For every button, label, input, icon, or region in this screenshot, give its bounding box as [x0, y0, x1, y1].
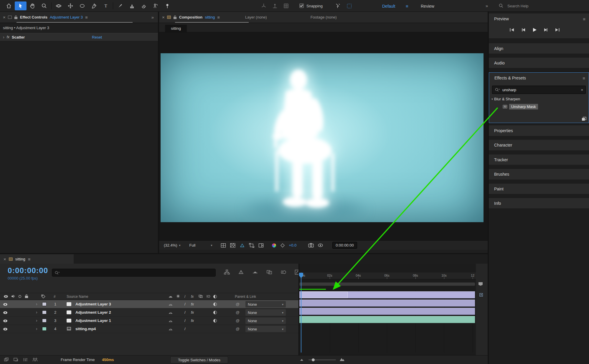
composition-flowchart-icon[interactable]: [224, 270, 230, 275]
brushes-panel[interactable]: Brushes: [489, 169, 589, 179]
reset-link[interactable]: Reset: [92, 35, 102, 39]
fx-switch-icon[interactable]: fx: [191, 302, 194, 306]
pen-tool-icon[interactable]: [88, 1, 100, 10]
new-preset-panel-icon[interactable]: [582, 117, 586, 121]
lock-icon[interactable]: [173, 15, 177, 19]
comp-button-icon[interactable]: [479, 293, 483, 297]
timeline-tab-label[interactable]: sitting: [15, 257, 25, 261]
parent-pickwhip-icon[interactable]: @: [236, 302, 240, 306]
snapshot-camera-icon[interactable]: [308, 243, 314, 247]
puppet-pin-tool-icon[interactable]: [161, 1, 173, 10]
parent-link-column-header[interactable]: Parent & Link: [235, 295, 256, 299]
layer-bar-adjustment-3[interactable]: [299, 291, 475, 298]
layer-row-3[interactable]: › 3 Adjustment Layer 1 / fx @ None▾: [0, 317, 298, 325]
timeline-zoom-thumb[interactable]: [312, 358, 315, 361]
layer-name[interactable]: sitting.mp4: [75, 327, 96, 331]
parent-pane-icon[interactable]: [32, 358, 38, 362]
layer-bar-adjustment-2[interactable]: [299, 300, 475, 307]
quality-switch-icon[interactable]: /: [184, 318, 186, 323]
orbit-camera-tool-icon[interactable]: [53, 1, 65, 10]
eye-icon[interactable]: [3, 311, 8, 314]
chevron-expand-icon[interactable]: ›: [36, 302, 37, 306]
fx-switch-icon[interactable]: fx: [191, 318, 194, 323]
chevron-right-icon[interactable]: ›: [3, 35, 4, 39]
effects-presets-header[interactable]: Effects & Presets: [494, 76, 526, 80]
grid-guides-icon[interactable]: [221, 243, 226, 248]
pan-behind-tool-icon[interactable]: [65, 1, 76, 10]
tracker-panel[interactable]: Tracker: [489, 154, 589, 165]
shy-switch-icon[interactable]: [169, 327, 173, 331]
panel-menu-icon[interactable]: ≡: [217, 15, 220, 20]
paint-panel[interactable]: Paint: [489, 184, 589, 194]
category-blur-sharpen[interactable]: ▾ Blur & Sharpen: [491, 97, 520, 101]
clone-stamp-tool-icon[interactable]: [126, 1, 138, 10]
exposure-value[interactable]: +0.0: [289, 243, 297, 247]
close-icon[interactable]: ×: [162, 15, 165, 20]
source-name-column-header[interactable]: Source Name: [67, 295, 88, 299]
toolbar-overflow-icon[interactable]: »: [486, 3, 488, 8]
close-icon[interactable]: ×: [3, 15, 6, 20]
playhead-line[interactable]: [301, 272, 301, 353]
label-color-swatch[interactable]: [42, 310, 47, 314]
resolution-dropdown[interactable]: Full▾: [189, 243, 212, 247]
fx-switch-icon[interactable]: fx: [191, 310, 194, 315]
effect-result-unsharp-mask[interactable]: 32 Unsharp Mask: [503, 104, 538, 109]
label-color-swatch[interactable]: [42, 319, 47, 323]
audio-panel[interactable]: Audio: [489, 58, 589, 68]
info-panel[interactable]: Info: [489, 198, 589, 208]
adjustment-switch-icon[interactable]: [213, 311, 217, 314]
panel-overflow-icon[interactable]: »: [151, 15, 154, 20]
mask-shape-tool-icon[interactable]: [76, 1, 88, 10]
chevron-expand-icon[interactable]: ›: [36, 310, 37, 315]
layer-bar-selection[interactable]: [301, 292, 348, 298]
panel-menu-icon[interactable]: ≡: [583, 16, 585, 21]
layer-row-4[interactable]: › 4 sitting.mp4 / @ None▾: [0, 325, 298, 333]
layer-switches-pane-icon[interactable]: [23, 358, 28, 362]
motion-blur-icon[interactable]: [281, 270, 286, 275]
parent-pickwhip-icon[interactable]: @: [236, 318, 240, 323]
mask-visibility-icon[interactable]: [240, 243, 245, 248]
view-layout-icon[interactable]: [258, 243, 264, 248]
close-icon[interactable]: ×: [4, 257, 6, 262]
layer-bar-adjustment-1[interactable]: [299, 308, 475, 315]
current-timecode[interactable]: 0:00:00:00: [8, 266, 48, 275]
effect-result-label[interactable]: Unsharp Mask: [509, 104, 538, 109]
chevron-down-icon[interactable]: ▾: [491, 97, 493, 101]
eye-icon[interactable]: [3, 328, 8, 331]
tab-composition[interactable]: Composition: [179, 15, 202, 19]
region-of-interest-icon[interactable]: [249, 243, 254, 248]
time-ruler[interactable]: 0s 02s 04s 06s 08s 10s 12: [299, 272, 476, 279]
eye-icon[interactable]: [3, 319, 8, 323]
effects-presets-search[interactable]: unsharp ×: [492, 86, 586, 94]
properties-panel[interactable]: Properties: [489, 125, 589, 136]
snap-grid-icon[interactable]: [347, 4, 352, 8]
preview-header[interactable]: Preview: [494, 16, 509, 21]
layer-name[interactable]: Adjustment Layer 2: [75, 310, 111, 315]
quality-switch-icon[interactable]: /: [184, 327, 186, 331]
parent-dropdown[interactable]: None▾: [245, 326, 286, 332]
label-color-swatch[interactable]: [42, 302, 47, 306]
timeline-search-input[interactable]: [52, 269, 216, 277]
panel-menu-icon[interactable]: ≡: [583, 76, 585, 81]
adjustment-switch-icon[interactable]: [213, 302, 217, 306]
parent-pickwhip-icon[interactable]: @: [236, 310, 240, 315]
shy-switch-icon[interactable]: [169, 302, 173, 306]
tab-footage[interactable]: Footage (none): [311, 15, 337, 19]
adjustment-switch-icon[interactable]: [213, 319, 217, 323]
zoom-out-mountain-icon[interactable]: [300, 358, 303, 361]
parent-dropdown[interactable]: None▾: [245, 309, 286, 316]
shy-switch-icon[interactable]: [169, 319, 173, 323]
timeline-tab[interactable]: × sitting ≡: [0, 254, 74, 264]
last-frame-icon[interactable]: [555, 28, 560, 32]
toggle-switches-modes-button[interactable]: Toggle Switches / Modes: [170, 356, 228, 363]
chevron-expand-icon[interactable]: ›: [36, 326, 37, 331]
comp-marker-bin-icon[interactable]: [478, 282, 483, 286]
layer-bar-sitting-mp4[interactable]: [299, 316, 475, 323]
align-panel[interactable]: Align: [489, 43, 589, 54]
tab-layer[interactable]: Layer (none): [245, 15, 267, 19]
transparency-grid-icon[interactable]: [230, 243, 235, 248]
chevron-expand-icon[interactable]: ›: [36, 318, 37, 323]
quality-switch-icon[interactable]: /: [184, 310, 186, 315]
play-icon[interactable]: [532, 28, 537, 32]
viewer-timecode[interactable]: 0:00:00:00: [332, 242, 357, 249]
